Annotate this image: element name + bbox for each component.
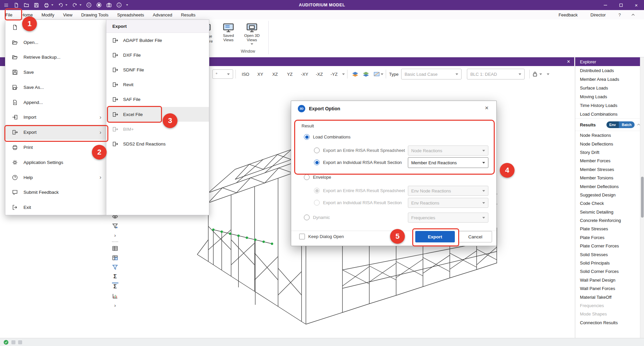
view-neg-xz-button[interactable]: -XZ bbox=[312, 69, 327, 79]
lock-dropdown-icon[interactable] bbox=[539, 73, 542, 75]
strip-expand-icon-bottom[interactable]: › bbox=[112, 302, 118, 308]
selection-filter-icon[interactable] bbox=[112, 223, 118, 229]
result-item[interactable]: Member Deflections bbox=[575, 182, 644, 190]
result-item[interactable]: Node Reactions bbox=[575, 131, 644, 139]
result-item[interactable]: Member Stresses bbox=[575, 165, 644, 174]
render-mode-icon-3[interactable] bbox=[373, 71, 380, 77]
rotation-angle-input[interactable]: ° bbox=[212, 69, 233, 79]
close-button[interactable]: × bbox=[629, 0, 644, 10]
help-icon[interactable]: ? bbox=[616, 10, 624, 19]
views-more-icon[interactable] bbox=[342, 73, 345, 75]
result-item[interactable]: Code Check bbox=[575, 199, 644, 208]
keep-dialog-open-checkbox[interactable]: Keep Dialog Open bbox=[299, 234, 344, 239]
file-menu-item-help[interactable]: Help › bbox=[5, 170, 106, 185]
file-menu-item-exit[interactable]: Exit bbox=[5, 200, 106, 215]
result-item[interactable]: Solid Corner Forces bbox=[575, 267, 644, 276]
lock-icon[interactable] bbox=[532, 71, 538, 77]
result-item[interactable]: Connection Results bbox=[575, 319, 644, 327]
export-button[interactable]: Export bbox=[415, 231, 455, 242]
radio-individual-section[interactable]: Export an Individual RISA Result Section bbox=[314, 160, 402, 165]
batch-toggle[interactable]: Batch bbox=[619, 121, 635, 128]
radio-load-combinations[interactable]: Load Combinations bbox=[304, 134, 351, 140]
undo-dropdown-icon[interactable] bbox=[65, 4, 67, 6]
file-menu-item-save[interactable]: Save bbox=[5, 65, 106, 80]
saved-views-button[interactable]: Saved Views bbox=[218, 22, 239, 42]
view-xy-button[interactable]: XY bbox=[253, 69, 268, 79]
export-item-adapt[interactable]: ADAPT Builder File bbox=[106, 33, 209, 48]
scrollbar-thumb[interactable] bbox=[641, 177, 644, 218]
print-icon[interactable] bbox=[44, 2, 49, 8]
blc-select[interactable]: BLC 1: DEAD bbox=[467, 69, 525, 79]
camera-icon[interactable] bbox=[106, 2, 112, 8]
result-item[interactable]: Wall Panel Forces bbox=[575, 284, 644, 293]
redo-dropdown-icon[interactable] bbox=[79, 4, 82, 6]
view-neg-yz-button[interactable]: -YZ bbox=[327, 69, 341, 79]
strip-expand-icon-top[interactable]: › bbox=[112, 232, 118, 238]
quick-access-more-icon[interactable] bbox=[126, 4, 128, 6]
remove-circle-icon[interactable] bbox=[86, 2, 92, 8]
render-mode-dropdown-icon[interactable] bbox=[381, 73, 383, 75]
toolbar-overflow-icon[interactable] bbox=[547, 73, 549, 75]
radio-envelope[interactable]: Envelope bbox=[304, 174, 331, 180]
maximize-button[interactable] bbox=[613, 0, 629, 10]
render-mode-icon-1[interactable] bbox=[352, 71, 359, 77]
redo-icon[interactable] bbox=[72, 2, 77, 8]
result-item[interactable]: Plate Stresses bbox=[575, 225, 644, 233]
file-menu-item-save-as[interactable]: Save As... bbox=[5, 80, 106, 95]
print-dropdown-icon[interactable] bbox=[51, 4, 53, 6]
file-menu-item-open[interactable]: Open... bbox=[5, 35, 106, 50]
sum-selected-icon[interactable]: Σ bbox=[112, 283, 118, 290]
results-chart-icon[interactable] bbox=[112, 293, 118, 299]
open-3d-views-button[interactable]: Open 3D Views bbox=[242, 22, 262, 45]
menu-advanced[interactable]: Advanced bbox=[150, 10, 175, 19]
cancel-button[interactable]: Cancel bbox=[459, 231, 492, 242]
export-item-excel[interactable]: Excel File bbox=[106, 107, 209, 122]
result-item[interactable]: Member Torsions bbox=[575, 174, 644, 182]
explorer-item-load-combinations[interactable]: Load Combinations bbox=[575, 110, 644, 118]
undo-icon[interactable] bbox=[58, 2, 63, 8]
result-item[interactable]: Solid Principals bbox=[575, 259, 644, 267]
menu-file[interactable]: File bbox=[3, 10, 15, 19]
explorer-item-distributed-loads[interactable]: Distributed Loads bbox=[575, 66, 644, 75]
result-item[interactable]: Plate Corner Forces bbox=[575, 242, 644, 250]
apps-circle-icon[interactable] bbox=[96, 2, 102, 8]
file-menu-item-new[interactable]: New bbox=[5, 20, 106, 35]
status-tile-1[interactable] bbox=[11, 340, 15, 344]
result-item[interactable]: Suggested Design bbox=[575, 191, 644, 199]
load-type-select[interactable]: Basic Load Case bbox=[401, 69, 462, 79]
result-item[interactable]: Plate Forces bbox=[575, 233, 644, 242]
collapse-ribbon-icon[interactable] bbox=[631, 13, 635, 17]
dialog-close-icon[interactable]: × bbox=[482, 104, 491, 112]
file-menu-item-export[interactable]: Export › bbox=[5, 125, 106, 140]
export-item-revit[interactable]: Revit bbox=[106, 77, 209, 92]
radio-entire-spreadsheet[interactable]: Export an Entire RISA Result Spreadsheet bbox=[314, 148, 405, 153]
export-item-dxf[interactable]: DXF File bbox=[106, 48, 209, 62]
menu-results[interactable]: Results bbox=[178, 10, 198, 19]
model-window-close-icon[interactable]: × bbox=[563, 59, 574, 65]
menu-spreadsheets[interactable]: Spreadsheets bbox=[114, 10, 147, 19]
file-menu-item-retrieve-backup[interactable]: Retrieve Backup... bbox=[5, 50, 106, 65]
minimize-button[interactable] bbox=[598, 0, 613, 10]
file-menu-item-print[interactable]: Print bbox=[5, 140, 106, 155]
file-menu-item-append[interactable]: Append... bbox=[5, 95, 106, 110]
view-xz-button[interactable]: XZ bbox=[268, 69, 282, 79]
result-item[interactable]: Material TakeOff bbox=[575, 293, 644, 301]
view-neg-xy-button[interactable]: -XY bbox=[297, 69, 312, 79]
result-item[interactable]: Story Drift bbox=[575, 148, 644, 157]
view-yz-button[interactable]: YZ bbox=[282, 69, 297, 79]
result-item[interactable]: Solid Stresses bbox=[575, 250, 644, 258]
sum-icon[interactable]: Σ bbox=[112, 273, 118, 280]
file-menu-item-import[interactable]: Import › bbox=[5, 110, 106, 125]
feedback-link[interactable]: Feedback bbox=[556, 10, 580, 19]
explorer-item-time-history-loads[interactable]: Time History Loads bbox=[575, 101, 644, 110]
menu-view[interactable]: View bbox=[60, 10, 75, 19]
explorer-item-moving-loads[interactable]: Moving Loads bbox=[575, 92, 644, 101]
new-file-icon[interactable] bbox=[13, 2, 19, 8]
explorer-item-member-area-loads[interactable]: Member Area Loads bbox=[575, 75, 644, 83]
result-item[interactable]: Wall Panel Design bbox=[575, 276, 644, 284]
info-icon[interactable] bbox=[116, 2, 122, 8]
status-tile-2[interactable] bbox=[18, 340, 22, 344]
file-menu-item-application-settings[interactable]: Application Settings bbox=[5, 155, 106, 170]
spreadsheet-results-icon[interactable] bbox=[112, 254, 118, 261]
app-menu-icon[interactable] bbox=[3, 2, 9, 8]
